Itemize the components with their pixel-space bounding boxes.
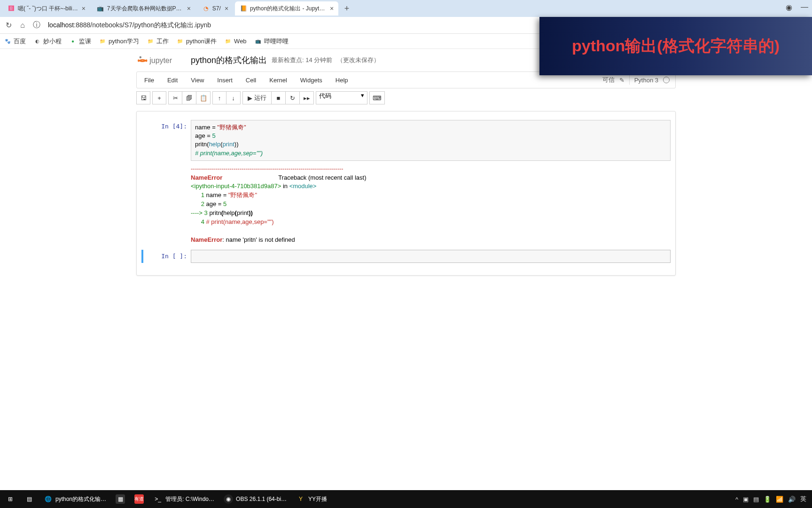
run-button[interactable]: ▶ 运行 [242,91,272,104]
minimize-icon[interactable]: — [801,3,808,12]
ime-label[interactable]: 英 [800,495,806,503]
system-tray[interactable]: ^ ▣ ▤ 🔋 📶 🔊 英 [735,495,810,503]
bilibili-icon: 📺 [97,5,104,12]
task-view-button[interactable]: ▤ [21,492,38,507]
browser-tab-1[interactable]: 📺 7天学会爬取各种网站数据Pytho… × [92,1,195,16]
input-prompt: In [ ]: [141,250,191,263]
svg-point-0 [140,56,141,58]
menu-file[interactable]: File [139,74,160,87]
windows-icon: ⊞ [6,494,15,504]
kernel-indicator-icon [663,77,670,83]
menu-edit[interactable]: Edit [162,74,183,87]
code-input[interactable]: name = "野猪佩奇" age = 5 pritn(help(print))… [191,120,671,161]
copy-button[interactable]: 🗐 [182,91,196,104]
wifi-icon[interactable]: 📶 [776,496,783,503]
kernel-name[interactable]: Python 3 [634,77,658,84]
volume-icon[interactable]: 🔊 [788,496,796,503]
chrome-icon: 🌐 [43,494,53,504]
url-host: localhost [48,21,74,29]
youdao-icon: 有道 [134,494,144,504]
restart-run-all-button[interactable]: ▸▸ [300,91,314,104]
taskview-icon: ▤ [24,494,34,504]
home-icon[interactable]: ⌂ [18,21,27,30]
close-icon[interactable]: × [330,5,334,12]
menu-cell[interactable]: Cell [240,74,262,87]
new-tab-button[interactable]: + [340,2,353,15]
stop-button[interactable]: ■ [272,91,286,104]
menu-help[interactable]: Help [330,74,354,87]
add-cell-button[interactable]: + [152,91,166,104]
save-button[interactable]: 🖫 [136,91,150,104]
url-path: :8888/notebooks/S7/python的格式化输出.ipynb [74,21,211,29]
account-icon[interactable]: ◉ [786,3,792,12]
bookmark-web[interactable]: 📁Web [224,38,247,45]
close-icon[interactable]: × [225,5,228,12]
browser-tab-bar: 🅱 嗯( ˘- ˘)つ口 干杯~-bili… × 📺 7天学会爬取各种网站数据P… [0,0,812,17]
close-icon[interactable]: × [82,5,86,12]
trusted-label[interactable]: 可信 [602,76,615,84]
site-info-icon[interactable]: ⓘ [32,21,41,30]
jupyter-icon: ◔ [202,5,210,12]
overlay-title: python输出(格式化字符串的) [572,35,780,57]
reload-icon[interactable]: ↻ [4,21,13,30]
browser-tab-2[interactable]: ◔ S7/ × [197,1,233,16]
terminal-icon: >_ [153,494,163,504]
tv-icon: 📺 [254,38,262,45]
tab-label: S7/ [212,5,221,12]
bookmark-bilibili[interactable]: 📺哔哩哔哩 [254,37,289,46]
start-button[interactable]: ⊞ [2,492,19,507]
cell-type-select[interactable]: 代码 [316,91,367,104]
folder-icon: 📁 [176,38,184,45]
chevron-up-icon[interactable]: ^ [735,496,738,503]
cell-output: ----------------------------------------… [191,161,671,246]
bookmark-baidu[interactable]: 🐾百度 [4,37,26,46]
dot-icon: ● [69,38,77,45]
paste-button[interactable]: 📋 [196,91,211,104]
yy-icon: Y [296,494,305,504]
code-cell-1[interactable]: In [4]: name = "野猪佩奇" age = 5 pritn(help… [141,120,671,246]
input-prompt: In [4]: [141,120,191,246]
bilibili-icon: 🅱 [8,5,15,12]
taskbar-cmd[interactable]: >_管理员: C:\Windo… [149,492,218,507]
browser-tab-0[interactable]: 🅱 嗯( ˘- ˘)つ口 干杯~-bili… × [3,1,90,16]
notebook-area: In [4]: name = "野猪佩奇" age = 5 pritn(help… [136,111,676,276]
cut-button[interactable]: ✂ [168,91,182,104]
menu-insert[interactable]: Insert [211,74,238,87]
bookmark-python-study[interactable]: 📁python学习 [99,37,139,46]
svg-text:jupyter: jupyter [149,56,172,64]
taskbar-youdao[interactable]: 有道 [131,492,148,507]
folder-icon: 📁 [147,38,154,45]
autosave-text: （更改未保存） [337,56,380,64]
bookmark-python-slides[interactable]: 📁python课件 [176,37,217,46]
taskbar-chrome[interactable]: 🌐python的格式化输… [39,492,110,507]
overlay-window[interactable]: python输出(格式化字符串的) [539,17,812,75]
code-input[interactable] [191,250,671,263]
restart-button[interactable]: ↻ [286,91,300,104]
tab-label: python的格式化输出 - Jupyter N… [250,5,326,13]
browser-tab-3[interactable]: 📙 python的格式化输出 - Jupyter N… × [235,1,338,16]
edit-icon[interactable]: ✎ [619,77,625,84]
tray-icon[interactable]: ▤ [753,496,759,503]
move-down-button[interactable]: ↓ [226,91,241,104]
menu-widgets[interactable]: Widgets [295,74,328,87]
bookmark-jianke[interactable]: ●监课 [69,37,91,46]
tray-icon[interactable]: ▣ [743,496,749,503]
bookmark-miaoxiaocheng[interactable]: ◐妙小程 [33,37,62,46]
code-cell-2[interactable]: In [ ]: [141,250,671,263]
jupyter-logo[interactable]: jupyter [136,54,186,67]
notebook-title[interactable]: python的格式化输出 [191,55,267,66]
windows-taskbar: ⊞ ▤ 🌐python的格式化输… ▦ 有道 >_管理员: C:\Windo… … [0,490,812,508]
menu-view[interactable]: View [185,74,210,87]
move-up-button[interactable]: ↑ [212,91,226,104]
command-palette-button[interactable]: ⌨ [369,91,385,104]
taskbar-app-1[interactable]: ▦ [112,492,129,507]
menu-kernel[interactable]: Kernel [264,74,293,87]
taskbar-obs[interactable]: ◉OBS 26.1.1 (64-bi… [220,492,290,507]
battery-icon[interactable]: 🔋 [764,496,771,503]
app-icon: ▦ [116,494,125,504]
close-icon[interactable]: × [187,5,191,12]
bookmark-work[interactable]: 📁工作 [147,37,169,46]
paw-icon: 🐾 [4,38,11,45]
folder-icon: 📁 [99,38,106,45]
taskbar-yy[interactable]: YYY开播 [292,492,331,507]
